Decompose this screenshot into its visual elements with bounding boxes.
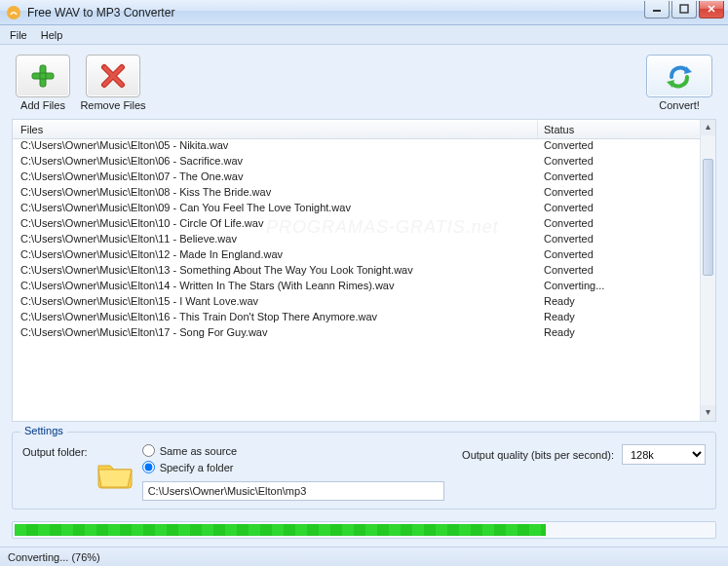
progress-bar [12, 521, 716, 539]
cell-status: Converted [538, 202, 700, 217]
menu-file[interactable]: File [10, 29, 27, 41]
refresh-icon [662, 61, 697, 91]
radio-specify-label: Specify a folder [160, 462, 234, 473]
table-row[interactable]: C:\Users\Owner\Music\Elton\16 - This Tra… [13, 311, 700, 326]
list-header: Files Status [13, 120, 700, 139]
settings-legend: Settings [20, 425, 67, 436]
radio-specify-input[interactable] [142, 461, 155, 473]
scroll-up-icon[interactable]: ▴ [701, 120, 715, 135]
output-path-field[interactable] [142, 481, 444, 501]
minimize-button[interactable] [644, 1, 670, 19]
output-folder-label: Output folder: [22, 444, 88, 458]
file-list: Files Status C:\Users\Owner\Music\Elton\… [12, 119, 716, 422]
cell-status: Converted [538, 186, 700, 202]
svg-rect-6 [32, 73, 54, 79]
cell-status: Converted [538, 233, 700, 248]
cell-status: Ready [538, 311, 700, 326]
cell-status: Converted [538, 248, 700, 264]
table-row[interactable]: C:\Users\Owner\Music\Elton\10 - Circle O… [13, 217, 700, 233]
cell-status: Converted [538, 264, 700, 280]
convert-label: Convert! [659, 99, 700, 111]
cell-status: Converted [538, 155, 700, 170]
cell-file: C:\Users\Owner\Music\Elton\16 - This Tra… [13, 311, 538, 326]
app-icon [6, 5, 21, 20]
cell-file: C:\Users\Owner\Music\Elton\10 - Circle O… [13, 217, 538, 233]
statusbar: Converting... (76%) [0, 547, 728, 566]
table-row[interactable]: C:\Users\Owner\Music\Elton\08 - Kiss The… [13, 186, 700, 202]
remove-files-label: Remove Files [80, 99, 145, 111]
cell-file: C:\Users\Owner\Music\Elton\15 - I Want L… [13, 295, 538, 311]
cell-status: Ready [538, 295, 700, 311]
output-quality-select[interactable]: 128k [622, 444, 706, 465]
progress-fill [15, 524, 546, 536]
plus-icon [28, 61, 57, 91]
cell-file: C:\Users\Owner\Music\Elton\11 - Believe.… [13, 233, 538, 248]
cell-status: Converting... [538, 280, 700, 295]
close-button[interactable] [699, 1, 724, 19]
table-row[interactable]: C:\Users\Owner\Music\Elton\09 - Can You … [13, 202, 700, 217]
menu-help[interactable]: Help [41, 29, 63, 41]
titlebar: Free WAV to MP3 Converter [0, 0, 728, 25]
table-row[interactable]: C:\Users\Owner\Music\Elton\07 - The One.… [13, 170, 700, 186]
add-files-label: Add Files [20, 99, 65, 111]
column-header-status[interactable]: Status [538, 120, 700, 138]
radio-same-input[interactable] [142, 444, 155, 457]
cell-file: C:\Users\Owner\Music\Elton\17 - Song For… [13, 326, 538, 342]
svg-rect-1 [653, 10, 661, 12]
scroll-track[interactable] [701, 135, 715, 405]
svg-rect-2 [680, 5, 688, 13]
scrollbar[interactable]: ▴ ▾ [700, 120, 715, 421]
table-row[interactable]: C:\Users\Owner\Music\Elton\15 - I Want L… [13, 295, 700, 311]
cell-file: C:\Users\Owner\Music\Elton\14 - Written … [13, 280, 538, 295]
remove-files-button[interactable]: Remove Files [82, 55, 144, 111]
add-files-button[interactable]: Add Files [12, 55, 74, 111]
toolbar: Add Files Remove Files Convert [12, 55, 716, 111]
menubar: File Help [0, 25, 728, 45]
cell-file: C:\Users\Owner\Music\Elton\13 - Somethin… [13, 264, 538, 280]
scroll-thumb[interactable] [703, 159, 713, 276]
cell-file: C:\Users\Owner\Music\Elton\05 - Nikita.w… [13, 139, 538, 155]
cell-file: C:\Users\Owner\Music\Elton\12 - Made In … [13, 248, 538, 264]
settings-group: Settings Output folder: Same as source [12, 432, 716, 509]
x-icon [98, 61, 128, 91]
client-area: Add Files Remove Files Convert [0, 45, 728, 547]
window-controls [644, 1, 728, 19]
column-header-files[interactable]: Files [13, 120, 538, 138]
cell-status: Converted [538, 170, 700, 186]
table-row[interactable]: C:\Users\Owner\Music\Elton\06 - Sacrific… [13, 155, 700, 170]
cell-file: C:\Users\Owner\Music\Elton\06 - Sacrific… [13, 155, 538, 170]
folder-icon [96, 456, 134, 491]
cell-status: Ready [538, 326, 700, 342]
status-text: Converting... (76%) [8, 551, 100, 563]
table-row[interactable]: C:\Users\Owner\Music\Elton\14 - Written … [13, 280, 700, 295]
table-row[interactable]: C:\Users\Owner\Music\Elton\12 - Made In … [13, 248, 700, 264]
output-quality-label: Output quality (bits per second): [462, 449, 614, 461]
radio-same-label: Same as source [160, 445, 237, 457]
cell-file: C:\Users\Owner\Music\Elton\09 - Can You … [13, 202, 538, 217]
cell-status: Converted [538, 139, 700, 155]
radio-specify-folder[interactable]: Specify a folder [142, 461, 444, 473]
cell-file: C:\Users\Owner\Music\Elton\08 - Kiss The… [13, 186, 538, 202]
cell-file: C:\Users\Owner\Music\Elton\07 - The One.… [13, 170, 538, 186]
convert-button[interactable]: Convert! [642, 55, 716, 111]
maximize-button[interactable] [671, 1, 697, 19]
window-title: Free WAV to MP3 Converter [27, 6, 644, 19]
table-row[interactable]: C:\Users\Owner\Music\Elton\17 - Song For… [13, 326, 700, 342]
table-row[interactable]: C:\Users\Owner\Music\Elton\13 - Somethin… [13, 264, 700, 280]
table-row[interactable]: C:\Users\Owner\Music\Elton\05 - Nikita.w… [13, 139, 700, 155]
cell-status: Converted [538, 217, 700, 233]
radio-same-as-source[interactable]: Same as source [142, 444, 444, 457]
list-rows: C:\Users\Owner\Music\Elton\05 - Nikita.w… [13, 139, 700, 342]
table-row[interactable]: C:\Users\Owner\Music\Elton\11 - Believe.… [13, 233, 700, 248]
scroll-down-icon[interactable]: ▾ [701, 405, 715, 421]
